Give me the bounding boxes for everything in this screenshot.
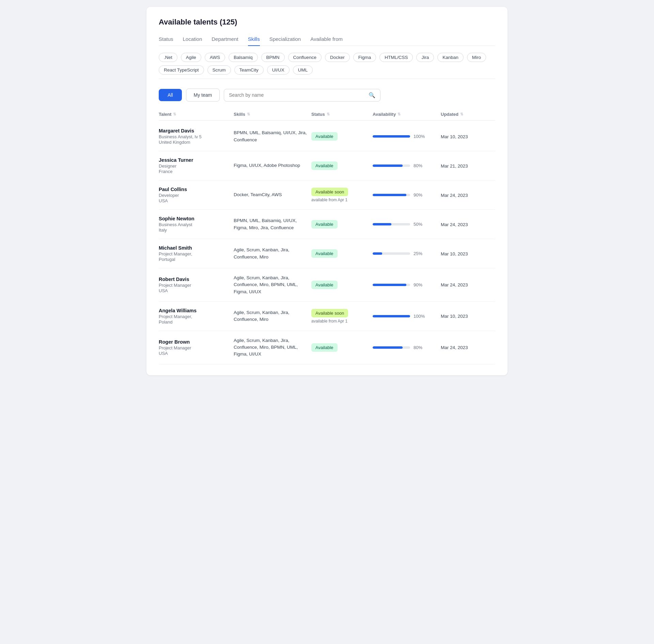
availability-percent: 80% bbox=[414, 345, 425, 350]
availability-bar-fill bbox=[373, 194, 406, 196]
skill-chip[interactable]: Miro bbox=[467, 53, 486, 62]
availability-cell: 80% bbox=[373, 163, 441, 168]
talent-location: Poland bbox=[159, 319, 234, 325]
talent-location: France bbox=[159, 169, 234, 174]
status-cell: Available bbox=[311, 132, 373, 141]
updated-text: Mar 24, 2023 bbox=[441, 282, 468, 287]
all-button[interactable]: All bbox=[159, 89, 182, 101]
skill-chip[interactable]: Kanban bbox=[437, 53, 464, 62]
skill-chip[interactable]: HTML/CSS bbox=[379, 53, 413, 62]
filter-tabs: StatusLocationDepartmentSkillsSpecializa… bbox=[159, 36, 495, 46]
status-cell: Available bbox=[311, 281, 373, 289]
skills-cell: Agile, Scrum, Kanban, Jira, Confluence, … bbox=[234, 309, 311, 323]
status-badge: Available bbox=[311, 132, 338, 141]
skill-chip[interactable]: UML bbox=[293, 65, 313, 75]
skills-text: Docker, TeamCity, AWS bbox=[234, 192, 282, 197]
talent-location: Portugal bbox=[159, 257, 234, 262]
updated-cell: Mar 10, 2023 bbox=[441, 133, 495, 140]
availability-wrap: 90% bbox=[373, 282, 441, 287]
updated-cell: Mar 10, 2023 bbox=[441, 313, 495, 319]
skill-chip[interactable]: React TypeScript bbox=[159, 65, 204, 75]
my-team-button[interactable]: My team bbox=[186, 89, 220, 101]
status-badge: Available bbox=[311, 343, 338, 352]
skills-text: BPMN, UML, Balsamiq, UI/UX, Figma, Miro,… bbox=[234, 218, 297, 230]
filter-tab-specialization[interactable]: Specialization bbox=[269, 36, 301, 46]
sort-icon-updated[interactable]: ⇅ bbox=[460, 112, 463, 116]
th-label-skills: Skills bbox=[234, 112, 245, 117]
talent-name: Angela Williams bbox=[159, 308, 234, 313]
availability-bar-bg bbox=[373, 284, 410, 286]
search-wrap: 🔍 bbox=[224, 89, 380, 101]
availability-cell: 25% bbox=[373, 251, 441, 256]
skill-chip[interactable]: Balsamiq bbox=[229, 53, 258, 62]
toolbar: All My team 🔍 bbox=[159, 89, 495, 101]
sort-icon-talent[interactable]: ⇅ bbox=[173, 112, 176, 116]
status-cell: Available soonavailable from Apr 1 bbox=[311, 188, 373, 202]
skill-chip[interactable]: Confluence bbox=[288, 53, 322, 62]
availability-wrap: 50% bbox=[373, 222, 441, 227]
talent-cell: Roger Brown Project Manager USA bbox=[159, 339, 234, 356]
updated-text: Mar 24, 2023 bbox=[441, 345, 468, 350]
talent-cell: Angela Williams Project Manager, Poland bbox=[159, 308, 234, 325]
availability-wrap: 80% bbox=[373, 163, 441, 168]
filter-tab-location[interactable]: Location bbox=[183, 36, 202, 46]
sort-icon-availability[interactable]: ⇅ bbox=[398, 112, 401, 116]
skills-cell: Agile, Scrum, Kanban, Jira, Confluence, … bbox=[234, 337, 311, 358]
status-cell: Available soonavailable from Apr 1 bbox=[311, 309, 373, 324]
availability-bar-fill bbox=[373, 135, 410, 138]
skill-chip[interactable]: Docker bbox=[325, 53, 350, 62]
status-cell: Available bbox=[311, 343, 373, 352]
search-icon: 🔍 bbox=[369, 92, 375, 98]
availability-bar-bg bbox=[373, 252, 410, 255]
availability-cell: 90% bbox=[373, 192, 441, 198]
filter-tab-department[interactable]: Department bbox=[212, 36, 238, 46]
skill-chip[interactable]: BPMN bbox=[261, 53, 285, 62]
sort-icon-skills[interactable]: ⇅ bbox=[247, 112, 250, 116]
updated-text: Mar 10, 2023 bbox=[441, 251, 468, 256]
skill-chip[interactable]: UI/UX bbox=[267, 65, 290, 75]
filter-tab-available-from[interactable]: Available from bbox=[310, 36, 343, 46]
skills-text: Agile, Scrum, Kanban, Jira, Confluence, … bbox=[234, 247, 290, 259]
talent-cell: Sophie Newton Business Analyst Italy bbox=[159, 216, 234, 233]
filter-tab-status[interactable]: Status bbox=[159, 36, 173, 46]
talent-role: Designer bbox=[159, 163, 234, 169]
skill-chip[interactable]: Agile bbox=[181, 53, 201, 62]
table-row: Roger Brown Project Manager USA Agile, S… bbox=[159, 331, 495, 364]
table-header: Talent⇅Skills⇅Status⇅Availability⇅Update… bbox=[159, 108, 495, 121]
skills-cell: Docker, TeamCity, AWS bbox=[234, 191, 311, 198]
search-input[interactable] bbox=[229, 92, 366, 98]
table-row: Sophie Newton Business Analyst Italy BPM… bbox=[159, 210, 495, 239]
skill-chip[interactable]: .Net bbox=[159, 53, 177, 62]
filter-tab-skills[interactable]: Skills bbox=[248, 36, 260, 46]
sort-icon-status[interactable]: ⇅ bbox=[327, 112, 330, 116]
th-updated: Updated⇅ bbox=[441, 112, 495, 117]
th-status: Status⇅ bbox=[311, 112, 373, 117]
talent-name: Roger Brown bbox=[159, 339, 234, 345]
talent-location: USA bbox=[159, 288, 234, 293]
availability-bar-bg bbox=[373, 346, 410, 349]
availability-cell: 80% bbox=[373, 345, 441, 350]
availability-bar-fill bbox=[373, 284, 406, 286]
table-row: Robert Davis Project Manager USA Agile, … bbox=[159, 268, 495, 302]
talent-role: Project Manager bbox=[159, 283, 234, 288]
table-body: Margaret Davis Business Analyst, lv 5 Un… bbox=[159, 122, 495, 364]
availability-bar-fill bbox=[373, 252, 382, 255]
availability-cell: 50% bbox=[373, 222, 441, 227]
talent-cell: Paul Collins Developer USA bbox=[159, 187, 234, 203]
availability-percent: 25% bbox=[414, 251, 425, 256]
talent-name: Sophie Newton bbox=[159, 216, 234, 221]
availability-bar-bg bbox=[373, 135, 410, 138]
skills-text: Agile, Scrum, Kanban, Jira, Confluence, … bbox=[234, 338, 298, 357]
availability-wrap: 100% bbox=[373, 314, 441, 319]
skill-chip[interactable]: AWS bbox=[205, 53, 225, 62]
skill-chip[interactable]: Figma bbox=[353, 53, 376, 62]
th-label-talent: Talent bbox=[159, 112, 171, 117]
availability-cell: 100% bbox=[373, 134, 441, 139]
availability-percent: 50% bbox=[414, 222, 425, 227]
skill-chip[interactable]: Scrum bbox=[207, 65, 231, 75]
talent-cell: Michael Smith Project Manager, Portugal bbox=[159, 245, 234, 262]
skill-chip[interactable]: TeamCity bbox=[234, 65, 264, 75]
talent-role: Project Manager bbox=[159, 345, 234, 350]
table-row: Margaret Davis Business Analyst, lv 5 Un… bbox=[159, 122, 495, 151]
skill-chip[interactable]: Jira bbox=[416, 53, 434, 62]
